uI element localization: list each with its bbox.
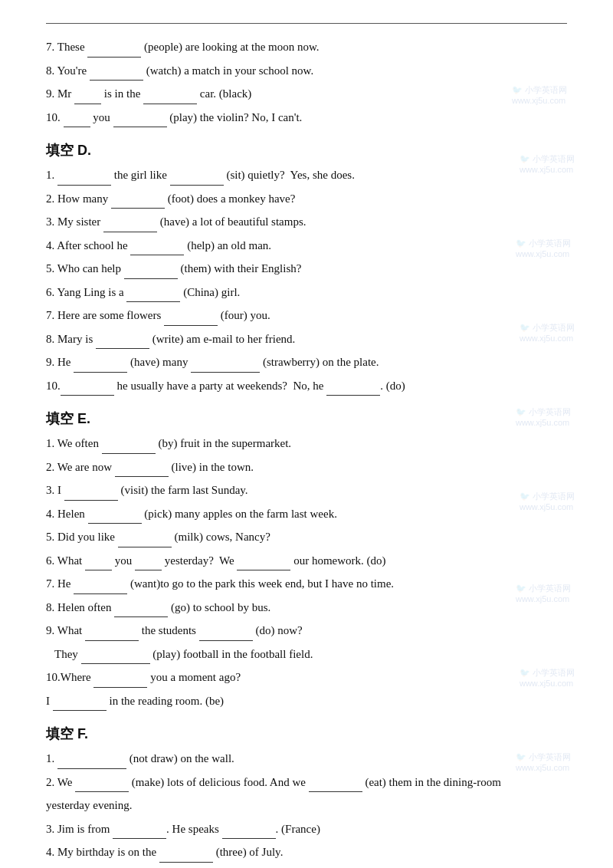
d-line-4: 4. After school he (help) an old man. bbox=[46, 236, 567, 256]
section-d: 填空 D. 1. the girl like (sit) quietly? Ye… bbox=[46, 141, 567, 396]
f-line-1: 1. (not draw) on the wall. bbox=[46, 749, 567, 769]
blank-f4-1 bbox=[159, 851, 213, 863]
e-line-6: 6. What you yesterday? We our homework. … bbox=[46, 551, 567, 571]
section-f: 填空 F. 1. (not draw) on the wall. 2. We (… bbox=[46, 725, 567, 868]
e-line-9: 9. What the students (do) now? bbox=[46, 621, 567, 641]
d-line-2: 2. How many (foot) does a monkey have? bbox=[46, 189, 567, 209]
blank-d9-1 bbox=[74, 361, 127, 373]
blank-e1-1 bbox=[102, 442, 156, 454]
blank-e6-2 bbox=[135, 559, 162, 570]
blank-e9-2 bbox=[199, 630, 253, 641]
blank-e7-1 bbox=[74, 583, 127, 594]
blank-d9-2 bbox=[191, 361, 260, 373]
d-line-6: 6. Yang Ling is a (China) girl. bbox=[46, 283, 567, 303]
blank-e4-1 bbox=[88, 512, 142, 524]
blank-d10-2 bbox=[326, 384, 380, 396]
blank-e6-1 bbox=[85, 559, 112, 570]
e-line-9b: They (play) football in the football fie… bbox=[46, 645, 567, 665]
blank-e3-1 bbox=[64, 489, 118, 501]
blank-e9-1 bbox=[85, 630, 139, 641]
f-line-2b: yesterday evening. bbox=[46, 796, 567, 816]
d-line-8: 8. Mary is (write) am e-mail to her frie… bbox=[46, 330, 567, 350]
intro-line-9: 9. Mr is in the car. (black) bbox=[46, 84, 567, 104]
e-line-3: 3. I (visit) the farm last Sunday. bbox=[46, 481, 567, 501]
blank-9-2 bbox=[143, 93, 197, 104]
intro-line-7: 7. These (people) are looking at the moo… bbox=[46, 38, 567, 58]
d-line-10: 10. he usually have a party at weekends?… bbox=[46, 376, 567, 396]
intro-line-8: 8. You're (watch) a match in your school… bbox=[46, 61, 567, 81]
e-line-10: 10.Where you a moment ago? bbox=[46, 668, 567, 688]
intro-section: 7. These (people) are looking at the moo… bbox=[46, 38, 567, 127]
blank-f2-2 bbox=[309, 781, 362, 792]
f-line-4: 4. My birthday is on the (three) of July… bbox=[46, 843, 567, 863]
blank-f2-1 bbox=[75, 781, 129, 792]
top-divider bbox=[46, 23, 567, 24]
d-line-9: 9. He (have) many (strawberry) on the pl… bbox=[46, 353, 567, 373]
blank-8-1 bbox=[90, 69, 143, 81]
e-line-10b: I in the reading room. (be) bbox=[46, 692, 567, 712]
d-line-5: 5. Who can help (them) with their Englis… bbox=[46, 259, 567, 279]
e-line-8: 8. Helen often (go) to school by bus. bbox=[46, 598, 567, 618]
e-line-2: 2. We are now (live) in the town. bbox=[46, 458, 567, 478]
blank-e6-3 bbox=[237, 559, 290, 570]
d-line-1: 1. the girl like (sit) quietly? Yes, she… bbox=[46, 166, 567, 186]
blank-e10-1 bbox=[93, 676, 147, 688]
blank-f1-1 bbox=[57, 758, 126, 769]
e-line-1: 1. We often (by) fruit in the supermarke… bbox=[46, 434, 567, 454]
blank-e10b-1 bbox=[53, 699, 107, 711]
d-line-7: 7. Here are some flowers (four) you. bbox=[46, 306, 567, 326]
blank-d6-1 bbox=[126, 291, 180, 302]
blank-7-1 bbox=[87, 46, 141, 58]
blank-d10-1 bbox=[61, 384, 114, 396]
section-f-title: 填空 F. bbox=[46, 725, 567, 743]
e-line-7: 7. He (want)to go to the park this week … bbox=[46, 574, 567, 594]
d-line-3: 3. My sister (have) a lot of beautiful s… bbox=[46, 212, 567, 232]
blank-e2-1 bbox=[115, 465, 169, 477]
blank-e8-1 bbox=[114, 606, 168, 617]
section-e: 填空 E. 1. We often (by) fruit in the supe… bbox=[46, 409, 567, 711]
blank-d7-1 bbox=[164, 314, 218, 326]
section-e-title: 填空 E. bbox=[46, 409, 567, 428]
blank-d2-1 bbox=[111, 197, 165, 209]
blank-d3-1 bbox=[103, 221, 157, 232]
blank-10-1 bbox=[64, 116, 90, 127]
blank-9-1 bbox=[74, 93, 101, 104]
blank-f3-2 bbox=[222, 827, 276, 839]
blank-d5-1 bbox=[124, 268, 178, 279]
f-line-2: 2. We (make) lots of delicious food. And… bbox=[46, 773, 567, 793]
blank-d1-1 bbox=[57, 174, 111, 186]
blank-d4-1 bbox=[130, 244, 184, 255]
section-d-title: 填空 D. bbox=[46, 141, 567, 159]
f-line-3: 3. Jim is from . He speaks . (France) bbox=[46, 820, 567, 840]
e-line-4: 4. Helen (pick) many apples on the farm … bbox=[46, 505, 567, 524]
e-line-5: 5. Did you like (milk) cows, Nancy? bbox=[46, 528, 567, 547]
blank-e9b-1 bbox=[81, 653, 150, 664]
intro-line-10: 10. you (play) the violin? No, I can't. bbox=[46, 108, 567, 128]
blank-10-2 bbox=[113, 116, 167, 127]
blank-d8-1 bbox=[96, 337, 149, 349]
blank-e5-1 bbox=[118, 536, 172, 547]
blank-f3-1 bbox=[113, 827, 166, 839]
blank-d1-2 bbox=[170, 174, 224, 186]
